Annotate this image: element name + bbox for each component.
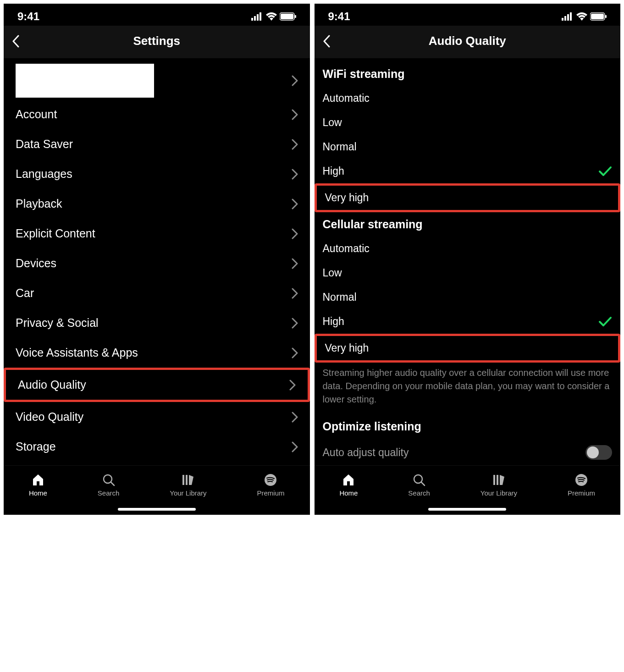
settings-row-storage[interactable]: Storage [4,432,310,462]
settings-row-explicit-content[interactable]: Explicit Content [4,219,310,248]
settings-row-notifications[interactable]: Notifications [4,462,310,465]
nav-label: Search [98,489,120,497]
nav-item-your-library[interactable]: Your Library [170,473,206,497]
settings-row-label: Playback [16,197,62,210]
nav-label: Home [339,489,358,497]
section-wifi-header: WiFi streaming [315,62,621,86]
status-icons [251,12,296,21]
home-indicator[interactable] [315,504,621,515]
nav-item-search[interactable]: Search [408,473,430,497]
nav-item-home[interactable]: Home [339,473,358,497]
option-label: Low [323,116,342,129]
settings-row-label: Storage [16,440,56,453]
svg-point-11 [265,474,276,486]
option-label: High [323,315,344,328]
nav-label: Your Library [170,489,206,497]
chevron-right-icon [292,441,298,452]
check-icon [598,166,612,177]
settings-row-devices[interactable]: Devices [4,248,310,278]
back-button[interactable] [12,35,19,48]
settings-row-label: Data Saver [16,138,73,151]
svg-rect-21 [493,475,495,485]
cellular-option-very-high[interactable]: Very high [315,334,621,363]
library-icon [181,473,195,487]
chevron-left-icon [12,35,19,48]
settings-row-audio-quality[interactable]: Audio Quality [4,368,310,402]
option-label: Low [323,267,342,279]
auto-adjust-toggle[interactable] [585,445,612,460]
option-label: Very high [325,342,369,354]
svg-rect-12 [562,18,563,21]
settings-row-playback[interactable]: Playback [4,189,310,219]
svg-rect-17 [591,14,604,19]
back-button[interactable] [323,35,330,48]
auto-adjust-label: Auto adjust quality [323,446,409,459]
settings-row-label: Explicit Content [16,227,95,240]
auto-adjust-row[interactable]: Auto adjust quality [315,439,621,465]
chevron-right-icon [292,109,298,120]
nav-item-home[interactable]: Home [29,473,47,497]
svg-rect-3 [260,12,261,21]
wifi-icon [576,12,587,21]
chevron-right-icon [292,169,298,180]
settings-row-account[interactable]: Account [4,99,310,129]
svg-rect-0 [251,18,253,21]
svg-rect-15 [570,12,572,21]
signal-icon [251,12,263,21]
profile-block [16,64,154,98]
cellular-option-high[interactable]: High [315,309,621,334]
library-icon [492,473,506,487]
section-cellular-header: Cellular streaming [315,212,621,237]
home-indicator[interactable] [4,504,310,515]
audio-quality-content[interactable]: WiFi streaming AutomaticLowNormalHighVer… [315,58,621,465]
settings-content[interactable]: AccountData SaverLanguagesPlaybackExplic… [4,58,310,465]
settings-row-label: Audio Quality [18,378,86,391]
status-icons [562,12,607,21]
chevron-right-icon [292,75,298,86]
settings-row-privacy-social[interactable]: Privacy & Social [4,308,310,338]
wifi-option-very-high[interactable]: Very high [315,183,621,212]
svg-rect-5 [281,14,293,19]
settings-row-data-saver[interactable]: Data Saver [4,129,310,159]
phone-audio-quality: 9:41 Audio Quality WiFi streaming Automa… [315,4,621,515]
nav-label: Your Library [480,489,517,497]
chevron-right-icon [292,288,298,299]
nav-item-premium[interactable]: Premium [257,473,284,497]
profile-row[interactable] [4,62,310,99]
settings-row-label: Languages [16,167,72,181]
cellular-option-low[interactable]: Low [315,261,621,285]
chevron-right-icon [292,347,298,358]
svg-rect-10 [186,475,188,485]
battery-icon [590,12,607,21]
wifi-option-low[interactable]: Low [315,110,621,135]
cellular-option-normal[interactable]: Normal [315,285,621,309]
option-label: Automatic [323,92,370,105]
nav-item-search[interactable]: Search [98,473,120,497]
chevron-right-icon [292,228,298,239]
settings-row-video-quality[interactable]: Video Quality [4,402,310,432]
page-title: Audio Quality [429,34,506,48]
home-icon [342,473,355,487]
wifi-option-automatic[interactable]: Automatic [315,86,621,110]
svg-rect-6 [295,15,296,18]
nav-item-premium[interactable]: Premium [568,473,595,497]
nav-item-your-library[interactable]: Your Library [480,473,517,497]
header: Audio Quality [315,26,621,58]
svg-rect-22 [497,475,498,485]
svg-rect-18 [605,15,607,18]
wifi-option-high[interactable]: High [315,159,621,183]
option-label: Automatic [323,242,370,255]
chevron-right-icon [289,380,296,391]
wifi-option-normal[interactable]: Normal [315,135,621,159]
bottom-nav: HomeSearchYour LibraryPremium [4,465,310,504]
svg-rect-13 [564,16,566,21]
option-label: High [323,165,344,177]
home-icon [31,473,45,487]
settings-row-languages[interactable]: Languages [4,159,310,189]
svg-point-23 [575,474,587,486]
cellular-option-automatic[interactable]: Automatic [315,237,621,261]
status-bar: 9:41 [315,4,621,26]
settings-row-voice-assistants-apps[interactable]: Voice Assistants & Apps [4,338,310,368]
settings-row-label: Privacy & Social [16,316,99,330]
settings-row-car[interactable]: Car [4,278,310,308]
